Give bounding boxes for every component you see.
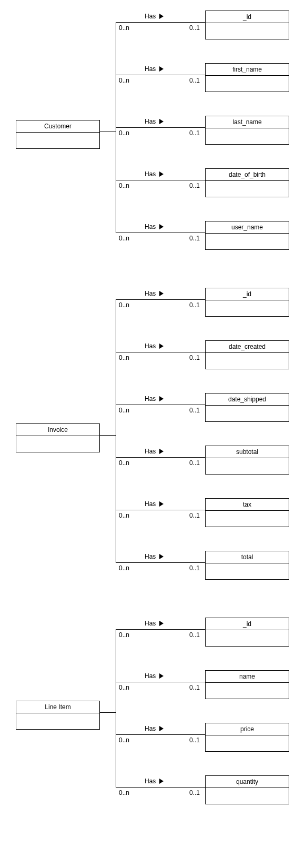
entity-box-main: Customer: [16, 120, 100, 149]
multiplicity-right: 0..1: [189, 736, 200, 744]
connector-h: [100, 132, 116, 132]
multiplicity-left: 0..n: [119, 631, 129, 639]
relationship-label: Has: [145, 448, 164, 455]
attribute-box-title: date_created: [206, 341, 289, 353]
attribute-box: date_of_birth: [205, 168, 289, 197]
relationship-label: Has: [145, 778, 164, 785]
relationship-label: Has: [145, 170, 164, 178]
triangle-right-icon: [159, 119, 164, 124]
multiplicity-left: 0..n: [119, 789, 129, 796]
connector-h: [116, 734, 205, 735]
attribute-box: name: [205, 670, 289, 699]
triangle-right-icon: [159, 291, 164, 296]
entity-box-main-title: Line Item: [16, 701, 99, 713]
connector-h: [116, 75, 205, 75]
triangle-right-icon: [159, 673, 164, 679]
attribute-box-title: tax: [206, 499, 289, 511]
connector-h: [100, 712, 116, 713]
relationship-label: Has: [145, 65, 164, 73]
connector-h: [116, 457, 205, 458]
multiplicity-right: 0..1: [189, 182, 200, 189]
multiplicity-left: 0..n: [119, 564, 129, 572]
multiplicity-right: 0..1: [189, 789, 200, 796]
multiplicity-left: 0..n: [119, 182, 129, 189]
triangle-right-icon: [159, 224, 164, 229]
attribute-box-title: user_name: [206, 221, 289, 234]
multiplicity-right: 0..1: [189, 235, 200, 242]
attribute-box-body: [206, 300, 289, 316]
attribute-box: _id: [205, 288, 289, 317]
attribute-box: tax: [205, 498, 289, 527]
multiplicity-right: 0..1: [189, 407, 200, 414]
relationship-label: Has: [145, 672, 164, 680]
attribute-box: price: [205, 723, 289, 752]
relationship-label: Has: [145, 395, 164, 402]
multiplicity-right: 0..1: [189, 301, 200, 309]
multiplicity-left: 0..n: [119, 235, 129, 242]
entity-box-main-body: [16, 133, 99, 148]
relationship-label: Has: [145, 342, 164, 350]
triangle-right-icon: [159, 171, 164, 177]
attribute-box: user_name: [205, 221, 289, 250]
multiplicity-right: 0..1: [189, 354, 200, 361]
attribute-box-title: name: [206, 671, 289, 683]
attribute-box: date_created: [205, 340, 289, 369]
multiplicity-right: 0..1: [189, 129, 200, 137]
attribute-box: _id: [205, 11, 289, 39]
connector-h: [116, 127, 205, 128]
entity-box-main: Invoice: [16, 423, 100, 452]
attribute-box-title: first_name: [206, 64, 289, 76]
attribute-box-body: [206, 353, 289, 369]
relationship-label: Has: [145, 118, 164, 125]
attribute-box-title: price: [206, 723, 289, 735]
entity-box-main-title: Customer: [16, 120, 99, 133]
triangle-right-icon: [159, 779, 164, 784]
attribute-box-title: total: [206, 551, 289, 563]
relationship-label: Has: [145, 290, 164, 297]
attribute-box-body: [206, 128, 289, 144]
attribute-box: date_shipped: [205, 393, 289, 422]
attribute-box: total: [205, 551, 289, 580]
triangle-right-icon: [159, 66, 164, 72]
entity-box-main-body: [16, 713, 99, 729]
triangle-right-icon: [159, 449, 164, 454]
attribute-box-title: last_name: [206, 116, 289, 128]
triangle-right-icon: [159, 726, 164, 731]
relationship-label: Has: [145, 553, 164, 560]
attribute-box: _id: [205, 618, 289, 647]
multiplicity-left: 0..n: [119, 684, 129, 691]
connector-h: [116, 562, 205, 563]
triangle-right-icon: [159, 396, 164, 401]
attribute-box-title: subtotal: [206, 446, 289, 458]
connector-h: [116, 352, 205, 352]
multiplicity-left: 0..n: [119, 129, 129, 137]
connector-h: [116, 180, 205, 180]
attribute-box-body: [206, 630, 289, 646]
entity-box-main-title: Invoice: [16, 424, 99, 436]
triangle-right-icon: [159, 344, 164, 349]
attribute-box-body: [206, 234, 289, 249]
relationship-label: Has: [145, 223, 164, 230]
attribute-box: subtotal: [205, 446, 289, 475]
entity-box-main: Line Item: [16, 701, 100, 730]
multiplicity-left: 0..n: [119, 459, 129, 467]
connector-h: [116, 299, 205, 300]
attribute-box-title: quantity: [206, 776, 289, 788]
multiplicity-left: 0..n: [119, 512, 129, 519]
attribute-box-body: [206, 181, 289, 197]
attribute-box-body: [206, 76, 289, 92]
triangle-right-icon: [159, 621, 164, 626]
relationship-label: Has: [145, 725, 164, 732]
connector-h: [116, 682, 205, 682]
attribute-box-body: [206, 511, 289, 527]
attribute-box-title: _id: [206, 618, 289, 630]
multiplicity-left: 0..n: [119, 24, 129, 32]
connector-v: [116, 299, 116, 562]
multiplicity-right: 0..1: [189, 459, 200, 467]
relationship-label: Has: [145, 620, 164, 627]
attribute-box-body: [206, 788, 289, 804]
connector-h: [116, 629, 205, 630]
attribute-box-title: _id: [206, 11, 289, 23]
entity-box-main-body: [16, 436, 99, 452]
connector-h: [116, 22, 205, 23]
